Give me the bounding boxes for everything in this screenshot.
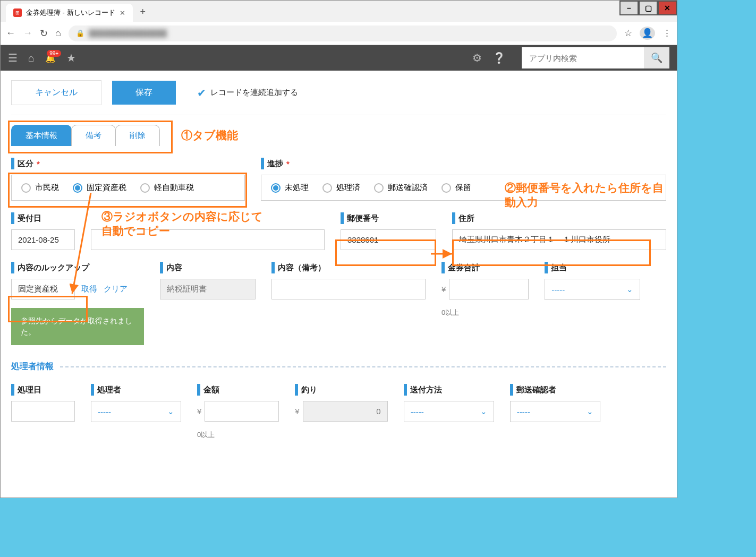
continuous-add-label: レコードを連続追加する <box>210 88 298 98</box>
tsuri-input <box>303 401 388 422</box>
lookup-get-link[interactable]: 取得 <box>81 284 97 294</box>
radio-shorizumi[interactable]: 処理済 <box>322 183 360 193</box>
section-processor-info: 処理者情報 <box>11 361 666 372</box>
back-icon[interactable]: ← <box>6 28 15 39</box>
window-controls: – ▢ ✕ <box>619 1 677 15</box>
save-button[interactable]: 保存 <box>112 81 176 105</box>
naiyo-input <box>160 279 256 299</box>
search-input[interactable] <box>522 47 644 68</box>
browser-tab[interactable]: ⊞ 金券処理簿 - 新しいレコード ✕ <box>6 4 133 22</box>
app-topbar: ☰ ⌂ 🔔 99+ ★ ⚙ ❔ 🔍 <box>1 45 677 71</box>
label-shorisha: 処理者 <box>97 385 121 395</box>
yen-icon: ¥ <box>441 285 446 294</box>
label-kubun: 区分 <box>18 159 33 169</box>
maximize-button[interactable]: ▢ <box>639 1 658 15</box>
label-tantou: 担当 <box>551 263 567 273</box>
chevron-down-icon: ⌄ <box>587 407 593 416</box>
shorisha-select[interactable]: -----⌄ <box>91 401 181 422</box>
tab-title: 金券処理簿 - 新しいレコード <box>26 8 115 18</box>
radio-mishori[interactable]: 未処理 <box>271 183 309 193</box>
label-soufu: 送付方法 <box>410 385 442 395</box>
kubun-radio-group: 市民税 固定資産税 軽自動車税 <box>11 175 245 201</box>
label-shinchoku: 進捗 <box>267 159 283 169</box>
label-tsuri: 釣り <box>301 385 317 395</box>
address-bar[interactable]: 🔒 ████████████████ <box>69 25 617 41</box>
kingaku-input[interactable] <box>205 401 279 422</box>
label-yubin: 郵便番号 <box>347 213 379 224</box>
label-lookup: 内容のルックアップ <box>18 263 89 273</box>
label-yusou-kakunin: 郵送確認者 <box>516 385 556 395</box>
home-icon[interactable]: ⌂ <box>55 28 61 39</box>
tab-delete[interactable]: 削除 <box>115 125 160 146</box>
uketsukebi-input[interactable] <box>11 229 75 250</box>
new-tab-button[interactable]: + <box>134 2 152 22</box>
record-tabs: 基本情報 備考 削除 <box>11 125 666 146</box>
label-naiyo-biko: 内容（備考） <box>278 263 326 273</box>
page-content: キャンセル 保存 ✔ レコードを連続追加する 基本情報 備考 削除 ①タブ機能 … <box>1 71 677 482</box>
close-window-button[interactable]: ✕ <box>658 1 677 15</box>
radio-keijidoushazei[interactable]: 軽自動車税 <box>140 183 194 193</box>
tab-notes[interactable]: 備考 <box>71 125 116 146</box>
continuous-add-checkbox[interactable]: ✔ レコードを連続追加する <box>197 87 298 99</box>
cancel-button[interactable]: キャンセル <box>11 80 101 105</box>
blank-input[interactable] <box>91 229 325 250</box>
naiyo-biko-input[interactable] <box>271 279 426 299</box>
yubin-input[interactable] <box>341 229 436 250</box>
star-icon[interactable]: ☆ <box>624 28 632 39</box>
favicon-icon: ⊞ <box>13 8 22 17</box>
label-uketsukebi: 受付日 <box>18 213 41 224</box>
chevron-down-icon: ⌄ <box>480 407 487 416</box>
radio-shiminzei[interactable]: 市民税 <box>21 183 59 193</box>
shinchoku-radio-group: 未処理 処理済 郵送確認済 保留 <box>261 175 666 201</box>
close-tab-icon[interactable]: ✕ <box>120 9 125 17</box>
avatar-icon[interactable]: 👤 <box>640 27 655 40</box>
forward-icon[interactable]: → <box>23 28 32 39</box>
url-blurred: ████████████████ <box>89 29 167 37</box>
radio-koteishisanzei[interactable]: 固定資産税 <box>73 183 126 193</box>
search-icon: 🔍 <box>651 52 662 64</box>
jusho-input[interactable] <box>452 229 666 250</box>
minimize-button[interactable]: – <box>619 1 639 15</box>
action-row: キャンセル 保存 ✔ レコードを連続追加する <box>11 80 666 105</box>
check-icon: ✔ <box>197 87 206 99</box>
help-icon[interactable]: ❔ <box>492 52 506 64</box>
label-kinken-goukei: 金券合計 <box>448 263 480 273</box>
kinken-goukei-input[interactable] <box>449 279 529 299</box>
url-bar: ← → ↻ ⌂ 🔒 ████████████████ ☆ 👤 ⋮ <box>1 22 677 45</box>
notification-bell[interactable]: 🔔 99+ <box>45 53 56 63</box>
radio-yusoukakuninzumi[interactable]: 郵送確認済 <box>374 183 428 193</box>
notification-badge: 99+ <box>47 50 61 57</box>
label-naiyo: 内容 <box>166 263 182 273</box>
chevron-down-icon: ⌄ <box>167 407 174 416</box>
yen-icon: ¥ <box>197 407 201 416</box>
hint-zero-ijo-2: 0以上 <box>197 430 279 440</box>
app-search: 🔍 <box>522 47 669 68</box>
lock-icon: 🔒 <box>76 29 84 37</box>
search-button[interactable]: 🔍 <box>644 47 669 68</box>
hamburger-icon[interactable]: ☰ <box>8 52 18 64</box>
yen-icon: ¥ <box>295 407 299 416</box>
app-home-icon[interactable]: ⌂ <box>28 52 35 64</box>
hint-zero-ijo: 0以上 <box>441 308 529 318</box>
favorite-icon[interactable]: ★ <box>66 52 76 64</box>
yusou-kakunin-select[interactable]: -----⌄ <box>510 401 600 422</box>
label-shoribi: 処理日 <box>18 385 41 395</box>
lookup-input[interactable] <box>11 279 75 299</box>
lookup-toast: 参照先からデータが取得されました。 <box>11 308 144 345</box>
gear-icon[interactable]: ⚙ <box>472 52 482 64</box>
reload-icon[interactable]: ↻ <box>40 28 48 39</box>
label-jusho: 住所 <box>458 213 474 224</box>
kebab-icon[interactable]: ⋮ <box>662 28 672 39</box>
soufu-select[interactable]: -----⌄ <box>404 401 494 422</box>
radio-horyuu[interactable]: 保留 <box>441 183 471 193</box>
lookup-clear-link[interactable]: クリア <box>104 284 128 294</box>
tantou-select[interactable]: ----- ⌄ <box>545 279 640 300</box>
chevron-down-icon: ⌄ <box>626 285 633 294</box>
tab-basic-info[interactable]: 基本情報 <box>11 125 72 146</box>
shoribi-input[interactable] <box>11 401 75 422</box>
label-kingaku: 金額 <box>203 385 219 395</box>
browser-window: – ▢ ✕ ⊞ 金券処理簿 - 新しいレコード ✕ + ← → ↻ ⌂ 🔒 ██… <box>0 0 677 498</box>
browser-tabbar: ⊞ 金券処理簿 - 新しいレコード ✕ + <box>1 1 677 22</box>
